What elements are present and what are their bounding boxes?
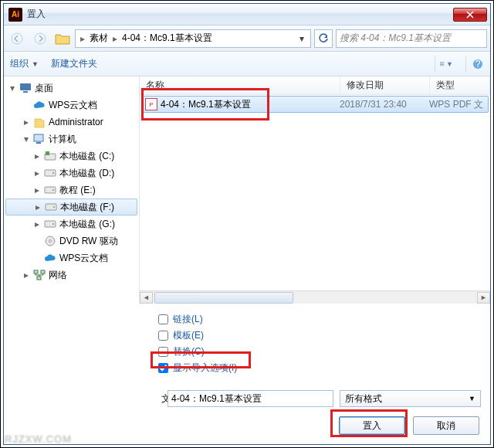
breadcrumb-part[interactable]: 素材	[86, 32, 111, 45]
breadcrumb-part[interactable]: 4-04：Mc9.1基本设置	[119, 32, 215, 45]
nav-back-button[interactable]	[7, 29, 27, 48]
expand-arrow-icon[interactable]: ▾	[22, 134, 30, 144]
tree-item[interactable]: ▾计算机	[4, 131, 139, 148]
svg-rect-9	[23, 91, 28, 93]
place-button[interactable]: 置入	[339, 416, 405, 435]
folder-tree[interactable]: ▾桌面WPS云文档▸Administrator▾计算机▸本地磁盘 (C:)▸本地…	[4, 76, 140, 304]
format-dropdown[interactable]: 所有格式 ▼	[340, 390, 481, 407]
titlebar: Ai 置入	[4, 4, 490, 25]
chevron-down-icon: ▼	[469, 395, 475, 402]
tree-label: DVD RW 驱动	[59, 235, 118, 248]
svg-rect-4	[440, 64, 442, 66]
svg-rect-13	[46, 151, 49, 155]
tree-label: 本地磁盘 (D:)	[59, 167, 114, 180]
scroll-left-icon[interactable]: ◄	[140, 292, 153, 304]
tree-label: 本地磁盘 (F:)	[60, 201, 114, 214]
drive-icon	[44, 184, 56, 196]
view-mode-button[interactable]: ▼	[435, 56, 453, 72]
toolbar: 组织▼ 新建文件夹 ▼ ?	[4, 52, 490, 76]
template-checkbox[interactable]: 模板(E)	[158, 329, 484, 342]
col-type[interactable]: 类型	[430, 76, 490, 94]
svg-rect-2	[440, 62, 442, 63]
drive-win-icon	[44, 150, 56, 162]
file-date: 2018/7/31 23:40	[340, 99, 429, 110]
column-headers: 名称 修改日期 类型	[140, 76, 490, 95]
tree-label: Administrator	[49, 117, 103, 127]
breadcrumb-dropdown[interactable]: ▾	[296, 33, 307, 44]
tree-label: 桌面	[35, 82, 53, 95]
user-icon	[33, 116, 46, 128]
chevron-down-icon: ▼	[32, 60, 39, 68]
col-name[interactable]: 名称	[140, 76, 340, 94]
expand-arrow-icon[interactable]: ▸	[22, 270, 30, 280]
organize-menu[interactable]: 组织▼	[10, 57, 39, 70]
file-name: 4-04：Mc9.1基本设置	[161, 98, 251, 111]
chevron-icon: ▸	[79, 33, 86, 44]
file-pane: 名称 修改日期 类型 P4-04：Mc9.1基本设置2018/7/31 23:4…	[140, 76, 490, 304]
tree-label: 本地磁盘 (C:)	[59, 150, 114, 163]
tree-item[interactable]: ▸教程 (E:)	[4, 182, 139, 199]
svg-rect-8	[20, 83, 31, 90]
tree-item[interactable]: ▸本地磁盘 (F:)	[5, 199, 137, 216]
tree-item[interactable]: WPS云文档	[4, 97, 139, 114]
svg-rect-24	[34, 270, 38, 273]
filename-input[interactable]	[167, 390, 333, 407]
expand-arrow-icon[interactable]: ▸	[33, 185, 41, 195]
tree-label: 计算机	[49, 133, 76, 146]
close-button[interactable]	[453, 8, 487, 22]
expand-arrow-icon[interactable]: ▸	[22, 117, 30, 127]
tree-item[interactable]: ▸本地磁盘 (D:)	[4, 165, 139, 182]
expand-arrow-icon[interactable]: ▾	[8, 83, 16, 93]
file-type: WPS PDF 文	[429, 98, 488, 111]
filename-label: 文件名(N):	[69, 392, 161, 406]
tree-item[interactable]: ▸本地磁盘 (C:)	[4, 148, 139, 165]
tree-item[interactable]: ▾桌面	[4, 80, 139, 97]
expand-arrow-icon[interactable]: ▸	[33, 168, 41, 178]
col-date[interactable]: 修改日期	[340, 76, 430, 94]
cancel-button[interactable]: 取消	[413, 416, 479, 435]
chevron-icon: ▸	[111, 33, 119, 44]
tree-label: 网络	[49, 269, 67, 282]
drive-icon	[44, 167, 56, 179]
help-icon: ?	[472, 59, 483, 70]
replace-checkbox[interactable]: 替换(C)	[158, 345, 484, 358]
scroll-thumb[interactable]	[154, 292, 293, 304]
horizontal-scrollbar[interactable]: ◄ ►	[140, 290, 490, 304]
tree-item[interactable]: ▸网络	[4, 266, 139, 283]
tree-label: 教程 (E:)	[59, 184, 96, 197]
expand-arrow-icon[interactable]: ▸	[33, 151, 41, 161]
scroll-right-icon[interactable]: ►	[477, 292, 490, 304]
help-button[interactable]: ?	[465, 56, 484, 72]
navbar: ▸ 素材 ▸ 4-04：Mc9.1基本设置 ▾ 搜索 4-04：Mc9.1基本设…	[4, 25, 490, 52]
pdf-file-icon: P	[145, 98, 157, 110]
refresh-button[interactable]	[314, 29, 333, 48]
file-list[interactable]: P4-04：Mc9.1基本设置2018/7/31 23:40WPS PDF 文	[140, 95, 490, 290]
watermark: RJZXW.COM	[5, 433, 72, 445]
drive-icon	[44, 218, 56, 230]
tree-label: 本地磁盘 (G:)	[59, 218, 115, 231]
arrow-right-icon	[34, 32, 46, 45]
svg-rect-3	[442, 62, 444, 63]
window-title: 置入	[27, 8, 453, 21]
svg-point-23	[49, 240, 52, 243]
breadcrumb[interactable]: ▸ 素材 ▸ 4-04：Mc9.1基本设置 ▾	[75, 29, 311, 48]
new-folder-button[interactable]: 新建文件夹	[51, 57, 97, 70]
expand-arrow-icon[interactable]: ▸	[34, 202, 42, 212]
tree-item[interactable]: WPS云文档	[4, 249, 139, 266]
place-dialog: Ai 置入 ▸ 素材 ▸ 4-04：Mc9.1基本设置 ▾ 搜索 4-04：Mc…	[3, 3, 491, 445]
nav-forward-button[interactable]	[30, 29, 50, 48]
file-row[interactable]: P4-04：Mc9.1基本设置2018/7/31 23:40WPS PDF 文	[141, 96, 489, 113]
close-icon	[466, 11, 474, 19]
show-import-options-checkbox[interactable]: 显示导入选项(I)	[158, 361, 484, 375]
expand-arrow-icon[interactable]: ▸	[33, 219, 41, 229]
link-checkbox[interactable]: 链接(L)	[158, 313, 484, 326]
search-input[interactable]: 搜索 4-04：Mc9.1基本设置	[336, 29, 487, 48]
tree-item[interactable]: ▸Administrator	[4, 114, 139, 131]
tree-item[interactable]: ▸本地磁盘 (G:)	[4, 216, 139, 232]
cloud-icon	[44, 252, 56, 264]
svg-point-21	[52, 223, 54, 225]
tree-item[interactable]: DVD RW 驱动	[4, 232, 139, 249]
tree-label: WPS云文档	[59, 252, 108, 265]
svg-point-15	[52, 172, 54, 174]
main-area: ▾桌面WPS云文档▸Administrator▾计算机▸本地磁盘 (C:)▸本地…	[4, 76, 490, 304]
